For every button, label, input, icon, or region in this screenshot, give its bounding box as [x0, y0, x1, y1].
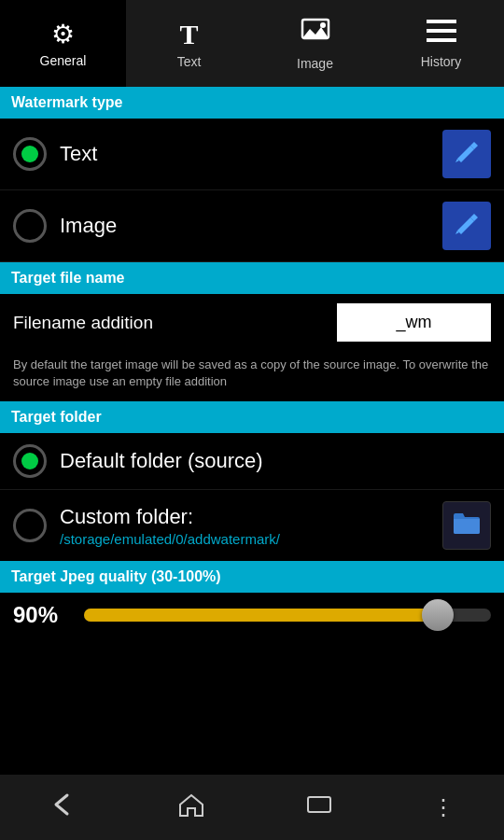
image-icon: [301, 16, 330, 52]
gear-icon: ⚙: [51, 19, 75, 49]
custom-folder-main-label: Custom folder:: [60, 505, 442, 529]
folder-icon: [452, 510, 482, 542]
quality-slider-track[interactable]: [84, 609, 491, 622]
radio-row-custom-folder[interactable]: Custom folder: /storage/emulated/0/addwa…: [0, 490, 504, 561]
target-folder-header: Target folder: [0, 401, 504, 433]
svg-rect-5: [427, 38, 456, 42]
quality-value-row: 90%: [0, 593, 504, 632]
edit-text-button[interactable]: [442, 130, 491, 178]
target-filename-header: Target file name: [0, 262, 504, 294]
tab-text-label: Text: [177, 54, 202, 69]
tab-image[interactable]: Image: [252, 0, 378, 87]
quality-slider-fill: [84, 609, 438, 622]
edit-image-button[interactable]: [442, 202, 491, 250]
filename-label: Filename addition: [13, 313, 337, 333]
nav-bar: ⋮: [0, 775, 504, 840]
jpeg-quality-header: Target Jpeg quality (30-100%): [0, 561, 504, 593]
history-icon: [427, 18, 456, 50]
pencil-icon-2: [454, 210, 480, 242]
watermark-type-section: Text Image: [0, 119, 504, 262]
radio-default-folder-dot: [21, 453, 38, 469]
filename-input[interactable]: [337, 303, 491, 342]
radio-text[interactable]: [13, 137, 47, 171]
default-folder-label: Default folder (source): [60, 449, 491, 473]
radio-default-folder[interactable]: [13, 444, 47, 478]
radio-image-label: Image: [60, 214, 442, 238]
quality-slider-thumb[interactable]: [422, 599, 454, 631]
radio-text-label: Text: [60, 142, 442, 166]
menu-button[interactable]: ⋮: [432, 794, 455, 820]
folder-picker-button[interactable]: [442, 501, 491, 550]
back-button[interactable]: [49, 791, 78, 824]
target-folder-section: Default folder (source) Custom folder: /…: [0, 433, 504, 561]
svg-rect-3: [427, 20, 456, 23]
tab-general[interactable]: ⚙ General: [0, 0, 126, 87]
recents-button[interactable]: [304, 791, 334, 824]
custom-folder-path: /storage/emulated/0/addwatermark/: [60, 531, 442, 547]
filename-row: Filename addition: [0, 294, 504, 351]
radio-row-default-folder[interactable]: Default folder (source): [0, 433, 504, 490]
tab-text[interactable]: T Text: [126, 0, 252, 87]
tab-history-label: History: [421, 54, 462, 69]
svg-marker-1: [302, 27, 329, 38]
text-icon: T: [179, 19, 198, 50]
filename-hint: By default the target image will be save…: [0, 351, 504, 401]
tab-image-label: Image: [297, 56, 333, 71]
svg-point-2: [320, 22, 326, 28]
tab-history[interactable]: History: [378, 0, 504, 87]
radio-text-dot: [21, 146, 38, 162]
home-button[interactable]: [176, 791, 206, 824]
svg-rect-4: [427, 29, 456, 33]
radio-image[interactable]: [13, 209, 47, 243]
svg-rect-6: [308, 797, 330, 812]
pencil-icon: [454, 138, 480, 170]
radio-custom-folder[interactable]: [13, 509, 47, 542]
tab-general-label: General: [40, 53, 87, 68]
tab-bar: ⚙ General T Text Image History: [0, 0, 504, 87]
quality-value: 90%: [13, 602, 69, 628]
target-filename-section: Filename addition By default the target …: [0, 294, 504, 401]
radio-row-image[interactable]: Image: [0, 190, 504, 262]
watermark-type-header: Watermark type: [0, 87, 504, 119]
jpeg-quality-section: 90%: [0, 593, 504, 632]
radio-row-text[interactable]: Text: [0, 119, 504, 190]
custom-folder-text: Custom folder: /storage/emulated/0/addwa…: [60, 505, 442, 547]
